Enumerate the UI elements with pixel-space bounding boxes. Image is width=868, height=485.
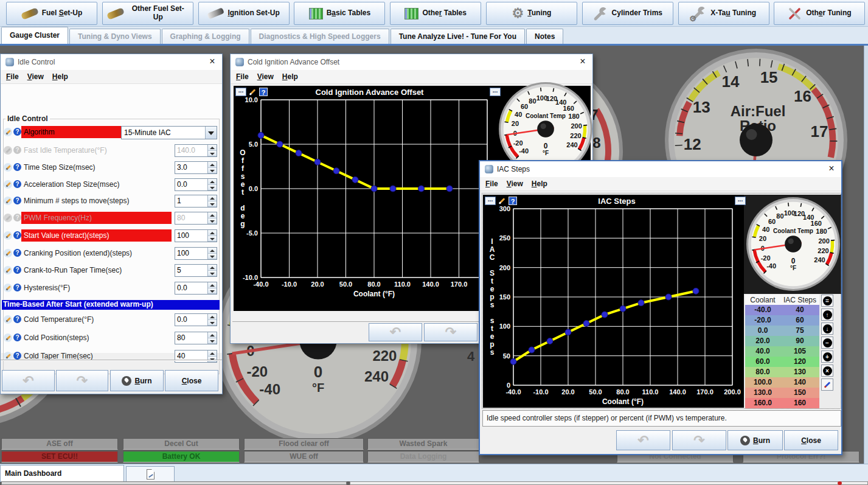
menu-view[interactable]: View xyxy=(24,71,49,82)
new-dashboard-tab[interactable] xyxy=(126,466,175,482)
chart-help-button[interactable]: ? xyxy=(509,197,517,205)
spinner-up-icon[interactable] xyxy=(208,314,217,320)
redo-button[interactable]: ↷ xyxy=(424,323,477,341)
tab-tune-analyze-live-tune-for-you[interactable]: Tune Analyze Live! - Tune For You xyxy=(391,29,525,44)
redo-button[interactable]: ↷ xyxy=(672,430,726,450)
tab-tuning-dyno-views[interactable]: Tuning & Dyno Views xyxy=(69,29,161,44)
spinner-value[interactable]: 0.0 xyxy=(175,282,207,294)
spinner-down-icon[interactable] xyxy=(208,185,217,191)
close-button[interactable]: Close xyxy=(165,370,218,391)
table-row[interactable]: 130.0150 xyxy=(745,388,819,398)
spinner-up-icon[interactable] xyxy=(208,179,217,185)
spinner-value[interactable]: 5 xyxy=(175,265,207,276)
table-row[interactable]: 160.0160 xyxy=(745,398,819,408)
toolbar-button-other-tables[interactable]: Other Tables xyxy=(390,2,481,25)
iac-steps-table[interactable]: CoolantIAC Steps-40.040-20.0600.07520.09… xyxy=(745,295,819,408)
chart-options-button-right[interactable]: ... xyxy=(735,197,746,205)
table-down-button[interactable]: ↓ xyxy=(821,323,833,335)
value-spinner[interactable]: 80 xyxy=(175,212,217,225)
table-row[interactable]: 0.075 xyxy=(745,326,819,336)
spinner-value[interactable]: 100 xyxy=(175,230,207,242)
value-spinner[interactable]: 5 xyxy=(175,264,217,277)
spinner-down-icon[interactable] xyxy=(208,254,217,260)
spinner-value[interactable]: 80 xyxy=(175,332,207,344)
menu-file[interactable]: File xyxy=(3,71,24,82)
window-title-bar[interactable]: Cold Ignition Advance Offset × xyxy=(231,54,592,70)
spinner-value[interactable]: 80 xyxy=(175,212,207,224)
chart-plot[interactable]: -40.0-10.020.050.080.0110.0140.0170.0200… xyxy=(483,195,744,408)
menu-view[interactable]: View xyxy=(504,178,529,189)
menu-view[interactable]: View xyxy=(254,71,279,82)
menu-file[interactable]: File xyxy=(482,178,504,189)
value-spinner[interactable]: 0.0 xyxy=(175,313,217,326)
undo-button[interactable]: ↶ xyxy=(2,370,55,391)
table-row[interactable]: 40.0105 xyxy=(745,346,819,357)
spinner-up-icon[interactable] xyxy=(208,195,217,201)
vertical-scrollbar[interactable] xyxy=(864,46,868,464)
chart-options-button[interactable]: ... xyxy=(235,88,246,96)
toolbar-button-other-fuel-set-up[interactable]: Other Fuel Set-Up xyxy=(102,2,193,25)
spinner-down-icon[interactable] xyxy=(208,271,217,277)
spinner-down-icon[interactable] xyxy=(208,168,217,174)
tab-notes[interactable]: Notes xyxy=(526,29,563,44)
burn-button[interactable]: Burn xyxy=(727,430,783,450)
toolbar-button-x-tau-tuning[interactable]: ⚙X-Tau Tuning xyxy=(678,2,769,25)
tab-gauge-cluster[interactable]: Gauge Cluster xyxy=(1,27,68,44)
tab-diagnostics-high-speed-loggers[interactable]: Diagnostics & High Speed Loggers xyxy=(251,29,389,44)
value-spinner[interactable]: 3.0 xyxy=(175,161,217,174)
table-row[interactable]: 100.0140 xyxy=(745,377,819,388)
close-button[interactable]: Close xyxy=(784,430,838,450)
value-spinner[interactable]: 1 xyxy=(175,195,217,208)
table-plus-button[interactable]: + xyxy=(821,351,833,363)
spinner-up-icon[interactable] xyxy=(208,145,217,151)
spinner-down-icon[interactable] xyxy=(208,320,217,326)
spinner-up-icon[interactable] xyxy=(208,248,217,254)
chart-options-button[interactable]: ... xyxy=(485,197,496,205)
close-icon[interactable]: × xyxy=(578,57,588,67)
spinner-value[interactable]: 0.0 xyxy=(175,314,207,326)
close-icon[interactable]: × xyxy=(827,164,836,174)
redo-button[interactable]: ↷ xyxy=(56,370,108,391)
table-row[interactable]: -20.060 xyxy=(745,315,819,326)
spinner-up-icon[interactable] xyxy=(208,282,217,288)
spinner-up-icon[interactable] xyxy=(208,212,217,218)
menu-help[interactable]: Help xyxy=(529,178,553,189)
spinner-value[interactable]: 100 xyxy=(175,248,207,259)
chart-help-button[interactable]: ? xyxy=(259,88,268,96)
spinner-up-icon[interactable] xyxy=(208,332,217,338)
toolbar-button-cylinder-trims[interactable]: Cylinder Trims xyxy=(582,2,673,25)
tab-main-dashboard[interactable]: Main Dashboard xyxy=(0,465,124,482)
spinner-down-icon[interactable] xyxy=(208,338,217,344)
toolbar-button-other-tuning[interactable]: Other Tuning xyxy=(774,2,865,25)
value-spinner[interactable]: 140.0 xyxy=(175,144,217,157)
close-icon[interactable]: × xyxy=(207,57,217,67)
spinner-up-icon[interactable] xyxy=(208,162,217,168)
table-equals-button[interactable]: = xyxy=(821,295,833,307)
spinner-down-icon[interactable] xyxy=(208,201,217,208)
toolbar-button-basic-tables[interactable]: Basic Tables xyxy=(294,2,385,25)
burn-button[interactable]: Burn xyxy=(110,370,164,391)
toolbar-button-ignition-set-up[interactable]: Ignition Set-Up xyxy=(198,2,290,25)
chart-edit-pencil-icon[interactable] xyxy=(497,197,507,205)
spinner-down-icon[interactable] xyxy=(208,218,217,225)
chevron-down-icon[interactable] xyxy=(205,127,217,139)
toolbar-button-fuel-set-up[interactable]: Fuel Set-Up xyxy=(6,2,97,25)
toolbar-button-tuning[interactable]: ⚙Tuning xyxy=(486,2,577,25)
value-spinner[interactable]: 80 xyxy=(175,332,217,344)
spinner-down-icon[interactable] xyxy=(208,236,217,242)
algorithm-select[interactable]: 15-Minute IAC xyxy=(121,126,217,139)
table-row[interactable]: 80.0130 xyxy=(745,367,819,377)
chart-edit-pencil-icon[interactable] xyxy=(248,88,257,96)
tab-graphing-logging[interactable]: Graphing & Logging xyxy=(162,29,249,44)
window-title-bar[interactable]: IAC Steps × xyxy=(480,161,841,177)
menu-help[interactable]: Help xyxy=(49,71,74,82)
table-up-button[interactable]: ↑ xyxy=(821,309,833,321)
spinner-up-icon[interactable] xyxy=(208,265,217,271)
window-title-bar[interactable]: Idle Control × xyxy=(1,54,222,70)
table-minus-button[interactable]: − xyxy=(821,337,833,349)
menu-help[interactable]: Help xyxy=(279,71,304,82)
menu-file[interactable]: File xyxy=(233,71,254,82)
spinner-down-icon[interactable] xyxy=(208,151,217,157)
spinner-up-icon[interactable] xyxy=(208,351,217,357)
spinner-value[interactable]: 1 xyxy=(175,195,207,207)
